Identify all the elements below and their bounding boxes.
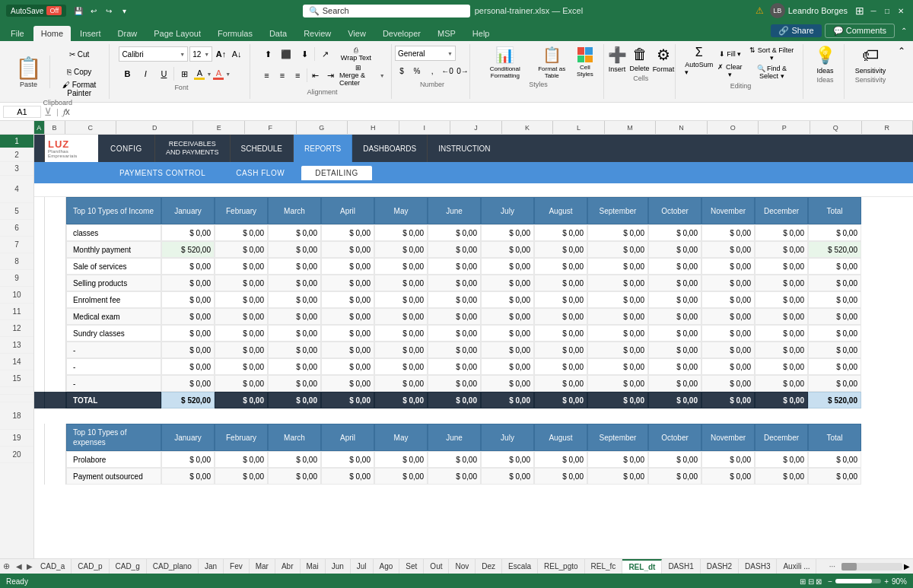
tab-file[interactable]: File (3, 26, 32, 41)
sheet-tab[interactable]: Abr (275, 559, 301, 574)
paste-button[interactable]: 📋 (12, 56, 45, 81)
decrease-font-button[interactable]: A↓ (230, 46, 244, 62)
number-format-selector[interactable]: General ▼ (395, 46, 456, 61)
sheet-tab[interactable]: Ago (374, 559, 400, 574)
nav-item-dashboards[interactable]: DASHBOARDS (352, 135, 428, 162)
cut-button[interactable]: ✂ Cut (56, 46, 103, 62)
ribbon-collapse-button[interactable]: ⌃ (898, 25, 910, 37)
autosum-btn[interactable]: Σ AutoSum ▾ (685, 46, 713, 81)
increase-indent-button[interactable]: ⇥ (324, 67, 338, 84)
subtab-payments[interactable]: PAYMENTS CONTROL (106, 166, 219, 180)
comma-button[interactable]: , (425, 62, 439, 79)
sheet-tab[interactable]: Set (399, 559, 424, 574)
align-left-button[interactable]: ≡ (259, 67, 273, 84)
merge-arrow[interactable]: ▼ (380, 73, 385, 78)
sheet-tab[interactable]: CAD_g (110, 559, 147, 574)
sheet-tab[interactable]: Jul (351, 559, 374, 574)
wrap-text-btn[interactable]: ⎙ Wrap Text (335, 46, 377, 62)
decrease-decimal-button[interactable]: ←0 (441, 62, 454, 79)
subtab-detailing[interactable]: DETAILING (301, 166, 372, 180)
align-bottom-button[interactable]: ⬇ (296, 46, 313, 62)
cell-reference-box[interactable] (3, 106, 41, 118)
zoom-slider[interactable] (835, 579, 881, 583)
sheet-tabs-more[interactable]: ··· (826, 562, 838, 571)
conditional-formatting-btn[interactable]: 📊 Conditional Formatting (479, 46, 530, 79)
bold-button[interactable]: B (119, 65, 135, 82)
tab-formulas[interactable]: Formulas (210, 26, 260, 41)
sheet-tab[interactable]: DASH1 (662, 559, 700, 574)
borders-button[interactable]: ⊞ (176, 65, 192, 82)
undo-button[interactable]: ↩ (87, 5, 100, 17)
ideas-btn[interactable]: 💡 Ideas (815, 46, 835, 75)
sheet-tabs-scroll-right[interactable]: ▶ (25, 562, 34, 571)
tab-review[interactable]: Review (296, 26, 339, 41)
sheet-tab[interactable]: DASH2 (701, 559, 739, 574)
share-button[interactable]: 🔗 Share (771, 24, 821, 37)
sort-filter-button[interactable]: ⇅ Sort & Filter ▾ (747, 46, 797, 62)
align-center-button[interactable]: ≡ (275, 67, 289, 84)
close-button[interactable]: ✕ (895, 5, 907, 17)
fill-color-arrow[interactable]: ▼ (206, 72, 212, 77)
sheet-tabs-nav-left[interactable]: ⊕ (0, 561, 13, 571)
scroll-track[interactable] (841, 563, 902, 571)
collapse-button[interactable]: ⌃ (898, 46, 905, 56)
sheet-tab[interactable]: Escala (502, 559, 538, 574)
comments-button[interactable]: 💬 Comments (825, 24, 895, 38)
sheet-grid[interactable]: LUZ Planilhas Empresariais CONFIG RECEIV… (34, 135, 913, 558)
font-size-selector[interactable]: 12 ▼ (189, 46, 212, 62)
font-name-selector[interactable]: Calibri ▼ (119, 46, 188, 62)
layout-icon[interactable]: ⊞ (854, 5, 866, 17)
sheet-tab[interactable]: Jun (326, 559, 351, 574)
nav-item-instruction[interactable]: INSTRUCTION (428, 135, 501, 162)
sensitivity-btn[interactable]: 🏷 Sensitivity (855, 46, 886, 75)
formula-expand-icon[interactable]: ⊻ (44, 106, 52, 118)
tab-home[interactable]: Home (33, 26, 71, 41)
tab-draw[interactable]: Draw (110, 26, 145, 41)
sheet-tab[interactable]: CAD_a (34, 559, 72, 574)
sheet-tab[interactable]: Jan (199, 559, 224, 574)
ribbon-collapse[interactable]: ⌃ (896, 44, 907, 58)
font-color-btn[interactable]: A (213, 68, 224, 80)
maximize-button[interactable]: □ (881, 5, 893, 17)
format-btn[interactable]: ⚙ Format (653, 46, 675, 73)
minimize-button[interactable]: ─ (867, 5, 880, 17)
redo-button[interactable]: ↪ (103, 5, 115, 17)
percent-button[interactable]: % (410, 62, 424, 79)
cell-styles-btn[interactable]: Cell Styles (573, 47, 597, 78)
sheet-tab[interactable]: REL_dt (622, 559, 662, 574)
scroll-right-btn[interactable]: ▶ (904, 562, 910, 571)
tab-page-layout[interactable]: Page Layout (146, 26, 208, 41)
autosave-button[interactable]: AutoSave Off (6, 5, 66, 17)
sheet-tab[interactable]: Nov (449, 559, 476, 574)
customize-button[interactable]: ▾ (118, 5, 130, 17)
formula-input[interactable] (76, 106, 910, 117)
align-top-button[interactable]: ⬆ (259, 46, 276, 62)
sheet-tab[interactable]: Fev (224, 559, 250, 574)
italic-button[interactable]: I (137, 65, 154, 82)
fill-color-btn[interactable]: A (194, 68, 205, 80)
format-painter-button[interactable]: 🖌 Format Painter (56, 81, 103, 97)
increase-font-button[interactable]: A↑ (214, 46, 228, 62)
format-table-btn[interactable]: 📋 Format as Table (533, 46, 570, 79)
orientation-button[interactable]: ↗ (317, 46, 333, 62)
sheet-tab[interactable]: DASH3 (739, 559, 777, 574)
tab-msp[interactable]: MSP (430, 26, 463, 41)
tab-insert[interactable]: Insert (72, 26, 109, 41)
tab-view[interactable]: View (340, 26, 374, 41)
sheet-tab[interactable]: Auxili ... (777, 559, 816, 574)
merge-center-btn[interactable]: ⊞ Merge & Center (339, 64, 378, 87)
clear-button[interactable]: ✗ Clear ▾ (716, 62, 743, 79)
subtab-cashflow[interactable]: CASH FLOW (222, 166, 298, 180)
horizontal-scroll[interactable]: ▶ (838, 562, 913, 571)
sheet-tab[interactable]: REL_fc (585, 559, 623, 574)
font-color-arrow[interactable]: ▼ (225, 72, 231, 77)
nav-item-schedule[interactable]: SCHEDULE (231, 135, 294, 162)
zoom-minus-btn[interactable]: − (828, 577, 832, 586)
sheet-tab[interactable]: Mar (250, 559, 275, 574)
save-button[interactable]: 💾 (72, 5, 84, 17)
decrease-indent-button[interactable]: ⇤ (308, 67, 322, 84)
zoom-plus-btn[interactable]: + (884, 577, 889, 586)
delete-btn[interactable]: 🗑 Delete (630, 46, 650, 73)
sheet-tabs-scroll-left[interactable]: ◀ (13, 562, 25, 571)
sheet-tab[interactable]: Out (424, 559, 449, 574)
